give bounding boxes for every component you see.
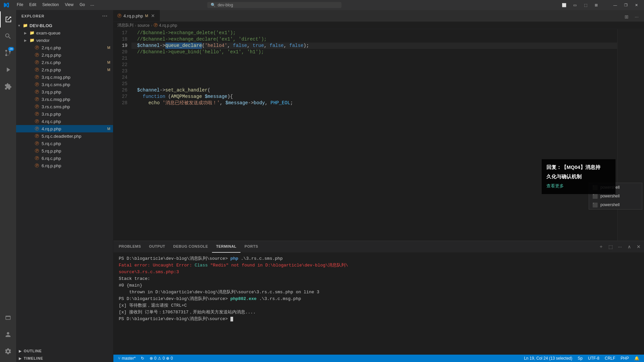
file-3rqcsms[interactable]: Ⓟ 3.rq.c.sms.php [16, 81, 113, 88]
panel-up-icon[interactable]: ∧ [625, 243, 633, 251]
file-2rqpphp[interactable]: Ⓟ 2.rq.p.php [16, 51, 113, 59]
notification-icon: 🔔 [634, 356, 639, 361]
root-folder-name: DEV-BLOG [30, 23, 113, 28]
split-editor-icon[interactable]: ⊞ [622, 12, 631, 21]
spaces-label: Sp [578, 356, 583, 361]
status-encoding[interactable]: UTF-8 [585, 355, 602, 362]
cursor-position: Ln 19, Col 24 (13 selected) [524, 356, 572, 361]
more-actions-icon[interactable]: ··· [632, 12, 641, 21]
status-errors[interactable]: ⊗ 0 ⚠ 0 ⊕ 0 [147, 355, 175, 362]
file-tree: ▼ 📁 DEV-BLOG ▶ 📁 exam-queue ▶ 📁 vendor Ⓟ… [16, 22, 113, 347]
menu-file[interactable]: File [14, 2, 26, 8]
titlebar: File Edit Selection View Go ··· 🔍 dev-bl… [0, 0, 644, 10]
layout-icon-1[interactable]: ⬜ [559, 1, 569, 9]
activity-search[interactable] [0, 28, 16, 44]
file-3rscmsg[interactable]: Ⓟ 3.rs.c.msg.php [16, 96, 113, 103]
file-5rqcdead[interactable]: Ⓟ 5.rq.c.deadletter.php [16, 132, 113, 140]
tab-close-button[interactable]: ✕ [150, 13, 156, 19]
tab-problems[interactable]: PROBLEMS [115, 241, 145, 253]
layout-icon-2[interactable]: ▭ [570, 1, 580, 9]
activity-extensions[interactable] [0, 78, 16, 95]
layout-icon-4[interactable]: ⊞ [592, 1, 601, 9]
file-5rqcphp[interactable]: Ⓟ 5.rq.c.php [16, 140, 113, 147]
badge-4rqpphp: M [107, 127, 110, 131]
tab-debug-console[interactable]: DEBUG CONSOLE [169, 241, 212, 253]
tab-ports[interactable]: PORTS [240, 241, 262, 253]
file-4rqcphp[interactable]: Ⓟ 4.rq.c.php [16, 118, 113, 125]
status-spaces[interactable]: Sp [575, 355, 585, 362]
tab-terminal[interactable]: TERMINAL [212, 241, 240, 253]
warnings-text: ⚠ 0 [158, 356, 165, 361]
encoding-label: UTF-8 [588, 356, 599, 361]
status-branch[interactable]: ⑂ master* [115, 355, 138, 362]
activity-remote[interactable] [0, 310, 16, 326]
file-2rsphp[interactable]: Ⓟ 2.rs.p.php M [16, 66, 113, 73]
file-6rqpphp[interactable]: Ⓟ 6.rq.p.php [16, 162, 113, 169]
layout-icon-3[interactable]: ⬚ [581, 1, 590, 9]
file-4rqpphp[interactable]: Ⓟ 4.rq.p.php M [16, 125, 113, 132]
branch-name: master* [122, 356, 136, 361]
code-area[interactable]: //$channel->exchange_delete('ex1'); //$c… [130, 29, 617, 241]
status-language[interactable]: PHP [618, 355, 632, 362]
breadcrumb-root[interactable]: 消息队列 [117, 22, 133, 28]
ps-label-3: powershell [600, 202, 620, 207]
terminal-content[interactable]: PS D:\blogarticle\dev-blog\消息队列\source> … [113, 253, 644, 355]
breadcrumb-sep1: › [135, 23, 136, 28]
activity-bar: 28 [0, 10, 16, 362]
file-5rqpphp[interactable]: Ⓟ 5.rq.p.php [16, 147, 113, 155]
minimize-button[interactable]: — [610, 1, 620, 9]
badge-2rqcphp: M [107, 46, 110, 50]
file-3rqpphp[interactable]: Ⓟ 3.rq.p.php [16, 88, 113, 96]
file-3rspphp[interactable]: Ⓟ 3.rs.p.php [16, 110, 113, 118]
new-terminal-icon[interactable]: ＋ [597, 243, 605, 251]
ps-icon-2: ⬛ [592, 194, 598, 199]
status-sync[interactable]: ↻ [138, 355, 147, 362]
menu-edit[interactable]: Edit [26, 2, 39, 8]
root-folder[interactable]: ▼ 📁 DEV-BLOG [16, 22, 113, 29]
activity-account[interactable] [0, 326, 16, 343]
folder-exam-queue[interactable]: ▶ 📁 exam-queue [16, 29, 113, 37]
activity-explorer[interactable] [0, 11, 16, 27]
tab-output[interactable]: OUTPUT [145, 241, 169, 253]
terminal-line-6: thrown in D:\blogarticle\dev-blog\消息队列\s… [119, 289, 639, 296]
outline-section[interactable]: ▶ OUTLINE [16, 347, 113, 355]
menu-selection[interactable]: Selection [40, 2, 61, 8]
file-3rscsms[interactable]: Ⓟ 3.rs.c.sms.php [16, 103, 113, 110]
tab-4rqpphp[interactable]: Ⓟ 4.rq.p.php M ✕ [113, 10, 160, 21]
split-terminal-icon[interactable]: ⬚ [606, 243, 614, 251]
filename-4rqpphp: 4.rq.p.php [42, 126, 107, 131]
timeline-section[interactable]: ▶ TIMELINE [16, 355, 113, 362]
activity-source-control[interactable]: 28 [0, 45, 16, 61]
breadcrumb-source[interactable]: source [138, 23, 150, 28]
terminal-line-8: [x] 等待数据，退出请按 CTRL+C [119, 302, 639, 309]
sidebar-menu-dots[interactable]: ··· [102, 13, 108, 19]
status-cursor[interactable]: Ln 19, Col 24 (13 selected) [521, 355, 575, 362]
menu-go[interactable]: Go [77, 2, 88, 8]
outline-label: OUTLINE [24, 349, 42, 353]
file-2rqcphp[interactable]: Ⓟ 2.rq.c.php M [16, 44, 113, 51]
breadcrumb-file[interactable]: 4.rq.p.php [159, 23, 177, 28]
breadcrumb: 消息队列 › source › Ⓟ 4.rq.p.php [113, 22, 644, 29]
editor-area[interactable]: 17 18 19 20 21 22 23 24 25 26 27 28 //$c… [113, 29, 644, 241]
filename-4rqcphp: 4.rq.c.php [42, 119, 113, 124]
vendor-folder-name: vendor [36, 38, 113, 43]
filename-5rqpphp: 5.rq.p.php [42, 148, 113, 154]
file-3rqcmsg[interactable]: Ⓟ 3.rq.c.msg.php [16, 73, 113, 81]
panel-more-icon[interactable]: ··· [616, 243, 624, 251]
folder-vendor[interactable]: ▶ 📁 vendor [16, 37, 113, 44]
ps-item-3[interactable]: ⬛ powershell [589, 200, 642, 209]
close-button[interactable]: ✕ [632, 1, 641, 9]
badge-2rsphp: M [107, 68, 110, 72]
search-bar[interactable]: 🔍 dev-blog [207, 2, 341, 8]
activity-run[interactable] [0, 62, 16, 78]
overlay-more-link[interactable]: 查看更多 [546, 181, 611, 191]
activity-settings[interactable] [0, 343, 16, 359]
menu-more[interactable]: ··· [88, 2, 96, 8]
status-eol[interactable]: CRLF [602, 355, 618, 362]
panel-close-icon[interactable]: ✕ [635, 243, 643, 251]
file-6rqcphp[interactable]: Ⓟ 6.rq.c.php [16, 155, 113, 162]
menu-view[interactable]: View [62, 2, 76, 8]
file-2rscphp[interactable]: Ⓟ 2.rs.c.php M [16, 59, 113, 66]
status-notification[interactable]: 🔔 [632, 355, 642, 362]
maximize-button[interactable]: ❐ [621, 1, 631, 9]
